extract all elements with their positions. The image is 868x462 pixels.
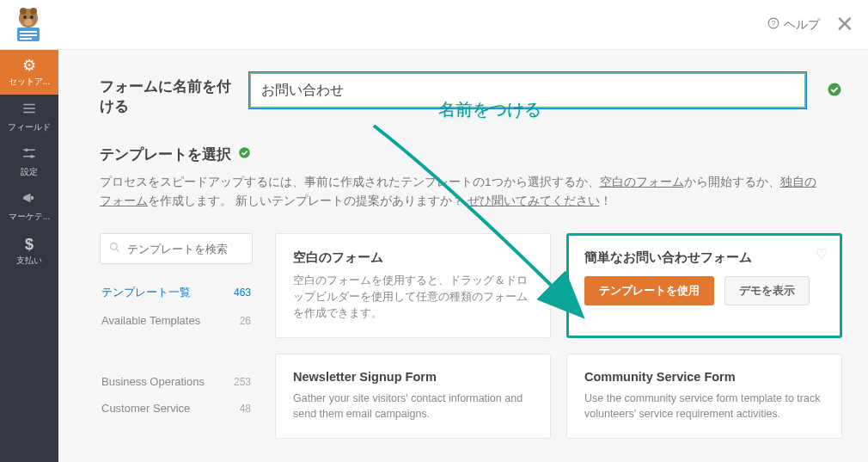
templates-description: プロセスをスピードアップするには、事前に作成されたテンプレートの1つから選択する…	[100, 173, 822, 212]
templates-title: テンプレートを選択	[100, 145, 231, 164]
sidebar-label: 設定	[21, 166, 38, 178]
gear-icon: ⚙	[22, 58, 36, 73]
help-label: ヘルプ	[784, 17, 820, 33]
dollar-icon: $	[25, 237, 34, 252]
svg-point-2	[30, 8, 37, 15]
link-blank-form[interactable]: 空白のフォーム	[600, 176, 684, 188]
svg-point-1	[20, 8, 27, 15]
sidebar-item-fields[interactable]: フィールド	[0, 95, 58, 139]
svg-rect-8	[20, 34, 37, 36]
svg-rect-14	[23, 112, 35, 114]
sidebar-label: マーケテ...	[9, 211, 50, 223]
card-title: 空白のフォーム	[293, 249, 533, 266]
sidebar-item-marketing[interactable]: マーケテ...	[0, 184, 58, 229]
sliders-icon	[21, 145, 37, 163]
sidebar-label: セットア...	[9, 76, 50, 88]
svg-point-22	[111, 243, 118, 250]
category-available[interactable]: Available Templates 26	[100, 307, 253, 334]
svg-point-18	[30, 155, 34, 158]
list-icon	[21, 101, 37, 119]
category-all-templates[interactable]: テンプレート一覧 463	[100, 278, 253, 307]
valid-check-icon	[827, 82, 842, 102]
search-icon	[109, 242, 120, 256]
svg-rect-12	[23, 104, 35, 106]
favorite-icon[interactable]: ♡	[816, 246, 828, 262]
svg-point-3	[23, 15, 27, 19]
svg-point-20	[828, 83, 841, 96]
svg-point-4	[30, 15, 34, 19]
help-link[interactable]: ? ヘルプ	[767, 17, 820, 33]
sidebar-label: フィールド	[8, 121, 51, 133]
sidebar-item-settings[interactable]: 設定	[0, 139, 58, 184]
card-newsletter-signup[interactable]: Newsletter Signup Form Gather your site …	[275, 354, 551, 440]
close-button[interactable]: ✕	[835, 11, 854, 38]
category-business-operations[interactable]: Business Operations 253	[100, 368, 253, 395]
search-input[interactable]	[127, 243, 243, 256]
svg-rect-13	[23, 108, 35, 109]
link-suggest[interactable]: ぜひ聞いてみてください	[468, 194, 600, 207]
card-desc: Use the community service form template …	[584, 391, 824, 423]
sidebar-item-payments[interactable]: $ 支払い	[0, 229, 58, 274]
card-desc: 空白のフォームを使用すると、ドラッグ＆ドロップビルダーを使用して任意の種類のフォ…	[293, 273, 533, 321]
card-title: Newsletter Signup Form	[293, 370, 533, 384]
svg-rect-9	[20, 38, 32, 40]
svg-point-16	[25, 148, 28, 151]
svg-text:?: ?	[772, 20, 776, 28]
card-community-service[interactable]: Community Service Form Use the community…	[566, 354, 842, 440]
svg-line-23	[116, 249, 119, 252]
form-name-input[interactable]	[249, 72, 806, 108]
use-template-button[interactable]: テンプレートを使用	[584, 276, 714, 305]
form-name-label: フォームに名前を付ける	[100, 72, 237, 117]
card-desc: Gather your site visitors' contact infor…	[293, 391, 533, 423]
logo	[9, 5, 48, 45]
svg-point-21	[239, 148, 250, 159]
template-search[interactable]	[100, 233, 253, 264]
sidebar-label: 支払い	[16, 255, 42, 267]
help-icon: ?	[767, 17, 779, 32]
svg-rect-7	[20, 31, 37, 33]
card-title: Community Service Form	[584, 370, 824, 384]
sidebar-item-setup[interactable]: ⚙ セットア...	[0, 50, 58, 95]
card-title: 簡単なお問い合わせフォーム	[584, 249, 824, 266]
svg-rect-19	[31, 196, 34, 200]
megaphone-icon	[21, 190, 37, 208]
svg-point-5	[24, 19, 33, 26]
view-demo-button[interactable]: デモを表示	[724, 276, 810, 305]
check-icon	[238, 146, 251, 162]
category-customer-service[interactable]: Customer Service 48	[100, 395, 253, 422]
card-simple-contact-form[interactable]: ♡ 簡単なお問い合わせフォーム テンプレートを使用 デモを表示	[566, 233, 842, 337]
card-blank-form[interactable]: 空白のフォーム 空白のフォームを使用すると、ドラッグ＆ドロップビルダーを使用して…	[275, 233, 551, 337]
